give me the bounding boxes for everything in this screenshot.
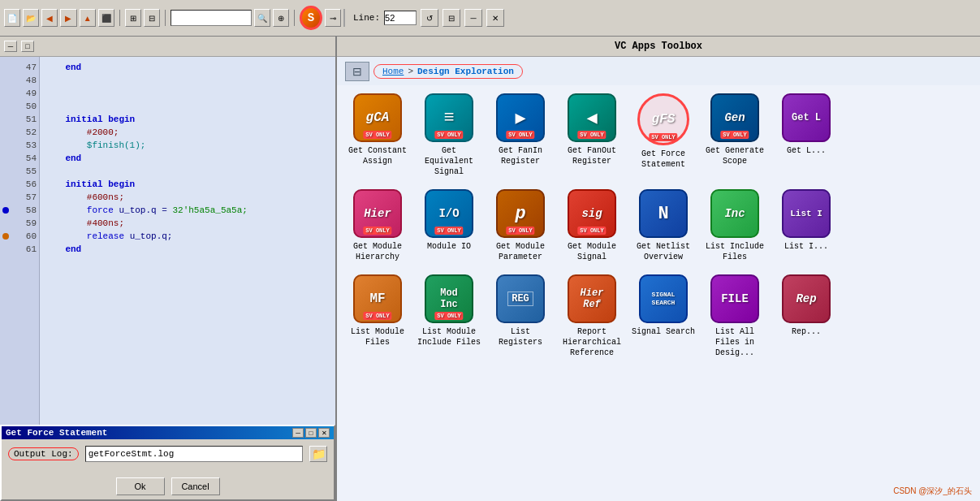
toolbar-open-btn[interactable]: 📂 [23,9,39,27]
tool-icon-gfs: gFS SV ONLY [637,93,689,145]
dialog-ok-btn[interactable]: Ok [116,477,165,495]
close-btn2[interactable]: ✕ [486,9,504,27]
tool-label-io: Module IO [427,241,471,252]
panel-ctrl-1[interactable]: ─ [4,41,17,52]
tool-hierref[interactable]: HierRef ReportHierarchicalReference [559,274,624,358]
gutter-54 [0,152,11,165]
tool-filelist[interactable]: FILE List All Files inDesig... [702,274,767,358]
tool-fanin[interactable]: ▶ SV ONLY Get FanInRegister [488,93,553,177]
tool-icon-listi: List I [782,189,831,238]
output-log-input[interactable] [85,446,303,462]
tool-row-2: Hier SV ONLY Get ModuleHierarchy I/O SV … [345,189,972,262]
tool-rep[interactable]: Rep Rep... [774,274,839,358]
toolbar-up-btn[interactable]: ▲ [80,9,96,27]
tool-sigsearch[interactable]: SIGNALSEARCH Signal Search [631,274,696,358]
breadcrumb-sep: > [408,67,413,76]
tool-gfs[interactable]: gFS SV ONLY Get ForceStatement [631,93,696,177]
line-numbers: 47484950 51525354 55565758 596061 [11,57,40,425]
toolbar-extra-btn[interactable]: ⊸ [325,9,341,27]
code-line-55 [44,165,331,178]
dialog-min-btn[interactable]: ─ [292,428,304,438]
gutter-52 [0,126,11,139]
dialog-cancel-btn[interactable]: Cancel [171,477,220,495]
dialog-close-btn[interactable]: ✕ [318,428,330,438]
tool-hier[interactable]: Hier SV ONLY Get ModuleHierarchy [345,189,410,262]
tool-icon-inc: Inc [710,189,759,238]
tool-label-fanout: Get FanOutRegister [568,145,616,166]
toolbox-title: VC Apps Toolbox [615,41,702,52]
line-label: Line: [353,13,380,23]
panel-ctrl-2[interactable]: □ [21,41,34,52]
tool-icon-fanout: ◀ SV ONLY [568,93,616,142]
gutter-48 [0,74,11,87]
toolbar-main-icon-btn[interactable]: S [300,6,322,30]
tool-fanout[interactable]: ◀ SV ONLY Get FanOutRegister [559,93,624,177]
tool-label-sig: Get ModuleSignal [568,241,616,262]
toolbar-term-btn[interactable]: ⊟ [144,9,160,27]
code-content-area[interactable]: 47484950 51525354 55565758 596061 end in… [0,57,335,425]
tool-label-listi: List I... [784,241,828,252]
tool-label-equiv: Get EquivalentSignal [417,145,481,177]
watermark: CSDN @深汐_的石头 [893,486,972,497]
toolbar-zoom-btn[interactable]: ⊕ [273,9,289,27]
tool-mf[interactable]: MF SV ONLY List ModuleFiles [345,274,410,358]
code-text-area[interactable]: end initial begin #2000; $finish(1); end… [40,57,335,425]
code-line-59: #400ns; [44,217,331,230]
toolbox-header: VC Apps Toolbox [337,37,980,57]
tool-icon-getl: Get L [782,93,831,142]
code-line-47: end [44,61,331,74]
gutter-49 [0,87,11,100]
code-panel-header: ─ □ [0,37,335,57]
gutter-60 [0,230,11,243]
gutter-61 [0,243,11,256]
output-log-label: Output Log: [8,447,79,460]
tool-label-hierref: ReportHierarchicalReference [563,326,621,358]
dialog-max-btn[interactable]: □ [305,428,317,438]
toolbar-search-input[interactable] [171,10,252,26]
output-log-field: Output Log: 📁 [8,446,327,462]
folder-browse-btn[interactable]: 📁 [309,446,327,462]
tool-icon-gen: Gen SV ONLY [710,93,759,142]
tool-reg[interactable]: REG List Registers [488,274,553,358]
gutter-59 [0,217,11,230]
tool-gca[interactable]: gCA SV ONLY Get ConstantAssign [345,93,410,177]
sep2 [165,10,166,26]
dialog-title-buttons: ─ □ ✕ [292,428,330,438]
main-area: ─ □ [0,37,980,501]
toolbar-new-btn[interactable]: 📄 [4,9,20,27]
split-btn[interactable]: ⊟ [443,9,460,27]
tool-param[interactable]: p SV ONLY Get ModuleParameter [488,189,553,262]
breadcrumb-home[interactable]: Home [382,67,404,76]
tool-sig[interactable]: sig SV ONLY Get ModuleSignal [559,189,624,262]
tool-inc[interactable]: Inc List IncludeFiles [702,189,767,262]
toolbox-panel: VC Apps Toolbox ⊟ Home > Design Explorat… [337,37,980,501]
tool-icon-fanin: ▶ SV ONLY [496,93,545,142]
tool-icon-param: p SV ONLY [496,189,545,238]
gutter-57 [0,191,11,204]
code-line-51: initial begin [44,113,331,126]
tool-io[interactable]: I/O SV ONLY Module IO [417,189,481,262]
gutter-50 [0,100,11,113]
dialog-titlebar: Get Force Statement ─ □ ✕ [2,426,334,439]
refresh-btn[interactable]: ↺ [421,9,438,27]
tool-equiv[interactable]: ≡ SV ONLY Get EquivalentSignal [417,93,481,177]
code-line-54: end [44,152,331,165]
toolbar-layout-btn[interactable]: ⊞ [125,9,141,27]
tool-getl[interactable]: Get L Get L... [774,93,839,177]
tool-gen[interactable]: Gen SV ONLY Get GenerateScope [702,93,767,177]
tool-modinc[interactable]: ModInc SV ONLY List ModuleInclude Files [417,274,481,358]
toolbar-stop-btn[interactable]: ⬛ [98,9,114,27]
toolbox-nav: ⊟ Home > Design Exploration [337,57,980,85]
minimize-btn[interactable]: ─ [464,9,482,27]
tool-label-filelist: List All Files inDesig... [702,326,767,358]
tool-label-inc: List IncludeFiles [706,241,764,262]
sidebar-toggle-btn[interactable]: ⊟ [345,62,369,81]
code-panel: ─ □ [0,37,337,501]
tool-listi[interactable]: List I List I... [774,189,839,262]
toolbar-fwd-btn[interactable]: ▶ [60,9,76,27]
toolbar-back-btn[interactable]: ◀ [41,9,58,27]
line-number-input[interactable] [384,11,417,25]
breadcrumb-current[interactable]: Design Exploration [417,67,514,76]
tool-netlist[interactable]: N Get NetlistOverview [631,189,696,262]
toolbar-search-btn[interactable]: 🔍 [254,9,270,27]
